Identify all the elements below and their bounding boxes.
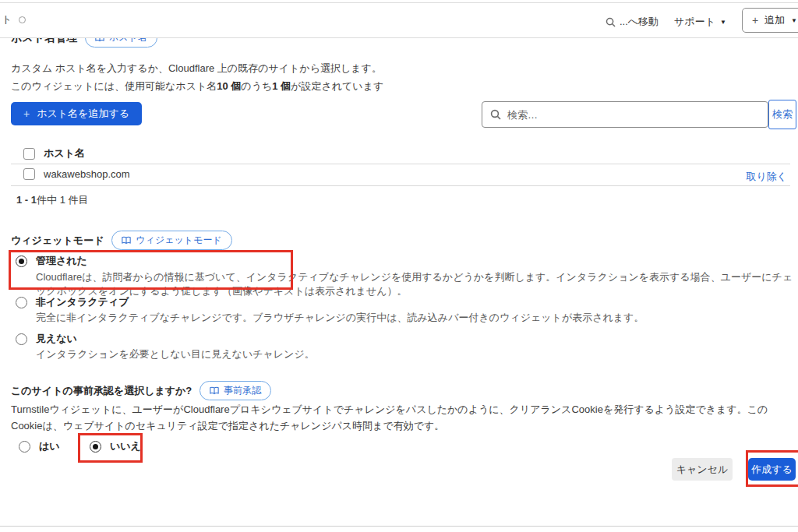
remove-hostname-link[interactable]: 取り除く bbox=[746, 170, 787, 184]
widget-mode-badge-label: ウィジェットモード bbox=[136, 234, 221, 247]
turnstile-widget-settings-page: ト ...へ移動 サポート ▼ + 追加 ▼ ホスト名管理 ホスト名 カ bbox=[0, 0, 798, 532]
add-hostname-label: ホスト名を追加する bbox=[37, 107, 129, 121]
widget-mode-option-managed[interactable]: 管理された bbox=[16, 254, 87, 268]
widget-mode-header: ウィジェットモード ウィジェットモード bbox=[11, 231, 232, 250]
widget-mode-label: ウィジェットモード bbox=[11, 234, 104, 248]
go-to-search[interactable]: ...へ移動 bbox=[606, 12, 659, 29]
chevron-down-icon: ▼ bbox=[791, 17, 797, 24]
breadcrumb: ト bbox=[2, 12, 26, 26]
hostname-cell: wakawebshop.com bbox=[44, 168, 130, 180]
plus-icon: + bbox=[752, 16, 758, 24]
preclearance-option-yes[interactable]: はい bbox=[19, 439, 60, 453]
radio-noninteractive[interactable] bbox=[16, 297, 27, 308]
option-label: はい bbox=[39, 439, 60, 453]
divider bbox=[11, 185, 790, 186]
preclearance-badge-label: 事前承認 bbox=[224, 384, 261, 397]
radio-invisible[interactable] bbox=[16, 333, 27, 345]
hostname-column-header: ホスト名 bbox=[44, 146, 85, 160]
option-label: 見えない bbox=[36, 332, 77, 346]
usage-suffix: が設定されています bbox=[291, 80, 383, 92]
preclearance-question-label: このサイトの事前承認を選択しますか? bbox=[11, 384, 192, 398]
widget-mode-option-noninteractive[interactable]: 非インタラクティブ bbox=[16, 295, 129, 309]
option-label: いいえ bbox=[110, 439, 141, 453]
option-description: 完全に非インタラクティブなチャレンジです。ブラウザチャレンジの実行中は、読み込み… bbox=[36, 311, 644, 325]
preclearance-description: Turnstileウィジェットに、ユーザーがCloudflareプロキシウェブサ… bbox=[11, 401, 790, 434]
pagination-range: 1 - 1 bbox=[16, 194, 37, 206]
circle-outline-icon bbox=[19, 16, 26, 23]
table-header-row: ホスト名 bbox=[23, 146, 85, 160]
top-hairline bbox=[0, 2, 798, 3]
plus-icon: + bbox=[23, 110, 30, 118]
usage-prefix: このウィジェットには、使用可能なホスト名 bbox=[11, 80, 217, 92]
preclearance-option-no[interactable]: いいえ bbox=[90, 439, 141, 453]
add-menu-button[interactable]: + 追加 ▼ bbox=[742, 8, 798, 33]
open-book-icon bbox=[210, 386, 219, 395]
add-hostname-button[interactable]: + ホスト名を追加する bbox=[11, 102, 142, 125]
hostname-search-input[interactable] bbox=[507, 109, 760, 121]
hostname-search-box bbox=[482, 101, 768, 128]
hostname-description: カスタム ホスト名を入力するか、Cloudflare 上の既存のサイトから選択し… bbox=[11, 62, 382, 76]
preclearance-header: このサイトの事前承認を選択しますか? 事前承認 bbox=[11, 381, 271, 400]
search-icon bbox=[490, 109, 501, 120]
pagination-status: 1 - 1件中 1 件目 bbox=[16, 193, 88, 207]
radio-yes[interactable] bbox=[19, 441, 30, 453]
add-menu-label: 追加 bbox=[764, 13, 785, 27]
breadcrumb-fragment: ト bbox=[2, 12, 12, 26]
chevron-down-icon: ▼ bbox=[720, 19, 726, 26]
divider bbox=[11, 164, 790, 164]
top-bar: ト ...へ移動 サポート ▼ + 追加 ▼ bbox=[0, 0, 798, 38]
widget-mode-option-invisible[interactable]: 見えない bbox=[16, 332, 77, 346]
hostname-usage-text: このウィジェットには、使用可能なホスト名10 個のうち1 個が設定されています bbox=[11, 79, 383, 93]
search-icon bbox=[606, 17, 616, 27]
row-checkbox[interactable] bbox=[23, 168, 35, 180]
select-all-checkbox[interactable] bbox=[23, 148, 35, 160]
radio-managed[interactable] bbox=[16, 255, 27, 267]
table-row: wakawebshop.com bbox=[23, 168, 130, 180]
pagination-total: 件中 1 件目 bbox=[37, 194, 88, 206]
create-button[interactable]: 作成する bbox=[748, 458, 796, 481]
preclearance-docs-badge[interactable]: 事前承認 bbox=[200, 381, 271, 400]
bottom-divider bbox=[0, 526, 798, 527]
search-button[interactable]: 検索 bbox=[768, 100, 796, 129]
support-menu[interactable]: サポート ▼ bbox=[674, 12, 726, 29]
open-book-icon bbox=[122, 236, 131, 245]
support-label: サポート bbox=[674, 15, 715, 29]
usage-used: 1 個 bbox=[272, 80, 291, 92]
option-description: Cloudflareは、訪問者からの情報に基づいて、インタラクティブなチャレンジ… bbox=[36, 270, 798, 298]
go-to-label: ...へ移動 bbox=[620, 15, 659, 29]
top-bar-actions: ...へ移動 サポート ▼ + 追加 ▼ bbox=[606, 8, 798, 33]
usage-total: 10 個 bbox=[217, 80, 241, 92]
widget-mode-docs-badge[interactable]: ウィジェットモード bbox=[111, 231, 231, 250]
option-label: 管理された bbox=[36, 254, 87, 268]
option-label: 非インタラクティブ bbox=[36, 295, 129, 309]
cancel-button[interactable]: キャンセル bbox=[672, 458, 733, 481]
option-description: インタラクションを必要としない目に見えないチャレンジ。 bbox=[36, 347, 315, 361]
usage-mid: のうち bbox=[241, 80, 272, 92]
radio-no[interactable] bbox=[90, 441, 101, 453]
